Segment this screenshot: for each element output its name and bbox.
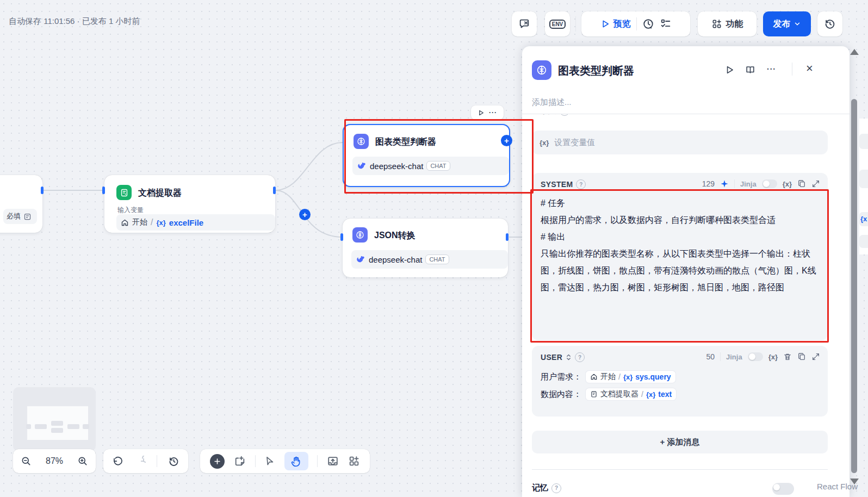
publish-button[interactable]: 发布	[763, 11, 811, 36]
help-icon[interactable]: ?	[575, 352, 585, 362]
start-node-output-handle[interactable]	[41, 187, 44, 194]
model-row[interactable]: deepseek-chat CHAT	[352, 157, 509, 175]
var-source: 开始	[600, 372, 616, 382]
json-node-input-handle[interactable]	[340, 233, 343, 241]
insert-variable-icon[interactable]: {x}	[783, 180, 792, 188]
description-placeholder[interactable]: 添加描述...	[532, 97, 572, 108]
add-block-icon[interactable]	[210, 454, 225, 469]
autosave-status: 自动保存 11:01:56 · 已发布 1 小时前	[9, 16, 140, 27]
annotation-button[interactable]	[512, 11, 537, 36]
doc-node-ref-icon	[590, 390, 598, 398]
node-add-next-button[interactable]: +	[501, 135, 512, 146]
system-prompt-text[interactable]: # 任务 根据用户的需求，以及数据内容，自行判断哪种图表类型合适 # 输出 只输…	[541, 195, 819, 296]
token-count: 129	[702, 179, 715, 188]
user-prompt-block[interactable]: USER ? 50 Jinja {x}	[532, 346, 828, 417]
context-variable-input[interactable]: {x} 设置变量值	[532, 131, 828, 154]
version-history-button[interactable]	[817, 11, 842, 36]
context-section-header: 上下文?	[532, 114, 569, 116]
expand-icon[interactable]	[811, 352, 820, 361]
x-variable-icon: {x}	[623, 373, 633, 381]
scrollbar-thumb[interactable]	[851, 99, 857, 473]
required-label: 必填	[7, 212, 21, 221]
prompt-generator-icon[interactable]	[720, 179, 729, 188]
jinja-toggle[interactable]	[762, 179, 777, 188]
add-message-button[interactable]: + 添加消息	[532, 431, 828, 453]
undo-icon[interactable]	[112, 456, 123, 467]
features-button[interactable]: 功能	[698, 11, 757, 36]
x-variable-icon: {x}	[540, 139, 549, 147]
deepseek-icon	[356, 254, 365, 264]
more-icon[interactable]: ···	[489, 109, 497, 116]
docs-icon[interactable]	[745, 65, 755, 75]
doc-node-input-handle[interactable]	[102, 187, 105, 194]
doc-extractor-node[interactable]: 文档提取器 输入变量 开始 / {x} excelFile	[104, 175, 275, 233]
input-var-label: 输入变量	[117, 206, 144, 215]
node-title: JSON转换	[374, 230, 416, 241]
chevron-down-icon	[793, 20, 801, 28]
zoom-out-icon[interactable]	[21, 456, 32, 467]
memory-toggle[interactable]	[772, 483, 794, 495]
add-node-on-edge-button[interactable]: +	[299, 209, 311, 220]
role-label[interactable]: USER	[541, 353, 562, 362]
more-icon[interactable]: ···	[767, 65, 776, 73]
reactflow-attribution: React Flow	[817, 482, 858, 491]
panel-title: 图表类型判断器	[558, 64, 634, 78]
organize-blocks-icon[interactable]	[348, 455, 360, 467]
delete-icon[interactable]	[783, 352, 792, 361]
doc-node-output-handle[interactable]	[273, 187, 276, 194]
minimap[interactable]	[13, 387, 96, 451]
role-switch-icon[interactable]	[566, 353, 572, 361]
run-node-icon[interactable]	[724, 65, 735, 75]
play-icon[interactable]	[478, 109, 485, 116]
redo-icon[interactable]	[134, 456, 146, 467]
model-row[interactable]: deepseek-chat CHAT	[351, 250, 508, 269]
close-icon[interactable]: ×	[806, 61, 813, 76]
info-icon[interactable]: ?	[560, 114, 569, 116]
system-prompt-block[interactable]: SYSTEM ? 129 Jinja {x} # 任务 根据用户的需求，	[532, 173, 828, 340]
input-var-row[interactable]: 开始 / {x} excelFile	[116, 214, 275, 231]
pointer-tool-icon[interactable]	[264, 456, 275, 467]
zoom-in-icon[interactable]	[77, 456, 88, 467]
run-history-icon[interactable]	[642, 18, 654, 30]
panel-scroll-area[interactable]: 上下文? {x} 设置变量值 SYSTEM ? 129 Jinja {x}	[522, 114, 850, 497]
var-source: 开始	[132, 218, 147, 227]
add-message-label: + 添加消息	[660, 437, 700, 448]
env-variables-button[interactable]: ENV	[545, 11, 570, 36]
variable-ref-pill[interactable]: 开始 / {x} sys.query	[586, 371, 675, 383]
copy-icon[interactable]	[797, 179, 806, 188]
role-label[interactable]: SYSTEM	[541, 180, 573, 189]
variable-ref-pill[interactable]: 文档提取器 / {x} text	[586, 388, 676, 400]
jinja-label: Jinja	[726, 353, 742, 361]
model-name: deepseek-chat	[370, 161, 423, 171]
group-divider	[636, 17, 637, 30]
home-icon	[121, 219, 129, 227]
expand-icon[interactable]	[811, 179, 820, 188]
insert-variable-icon[interactable]: {x}	[768, 353, 778, 361]
checklist-icon[interactable]	[660, 18, 672, 30]
json-node-output-handle[interactable]	[506, 233, 509, 241]
annotation-icon	[518, 18, 530, 30]
section-divider	[532, 469, 828, 470]
scroll-up-arrow[interactable]	[850, 49, 859, 55]
export-dsl-icon[interactable]	[327, 455, 339, 467]
zoom-level[interactable]: 87%	[46, 456, 63, 466]
jinja-toggle[interactable]	[748, 352, 763, 361]
history-control	[103, 449, 188, 473]
hand-tool-active[interactable]	[284, 452, 308, 470]
start-node-clipped[interactable]: 必填	[0, 175, 42, 233]
add-note-icon[interactable]	[234, 455, 246, 467]
node-hover-toolbar: ···	[471, 105, 504, 120]
info-icon[interactable]: ?	[551, 483, 561, 493]
model-type-badge: CHAT	[426, 161, 450, 171]
change-history-icon[interactable]	[168, 456, 179, 467]
help-icon[interactable]: ?	[576, 179, 586, 189]
env-icon: ENV	[549, 20, 566, 29]
json-convert-node[interactable]: JSON转换 deepseek-chat CHAT	[343, 219, 508, 277]
x-variable-icon: {x}	[646, 390, 655, 399]
zoom-control: 87%	[13, 449, 96, 473]
preview-button[interactable]: 预览	[600, 18, 631, 30]
history-icon	[824, 18, 836, 30]
chart-type-judge-node[interactable]: 图表类型判断器 deepseek-chat CHAT	[343, 124, 510, 187]
copy-icon[interactable]	[797, 352, 806, 361]
memory-section-header: 记忆?	[532, 483, 561, 493]
